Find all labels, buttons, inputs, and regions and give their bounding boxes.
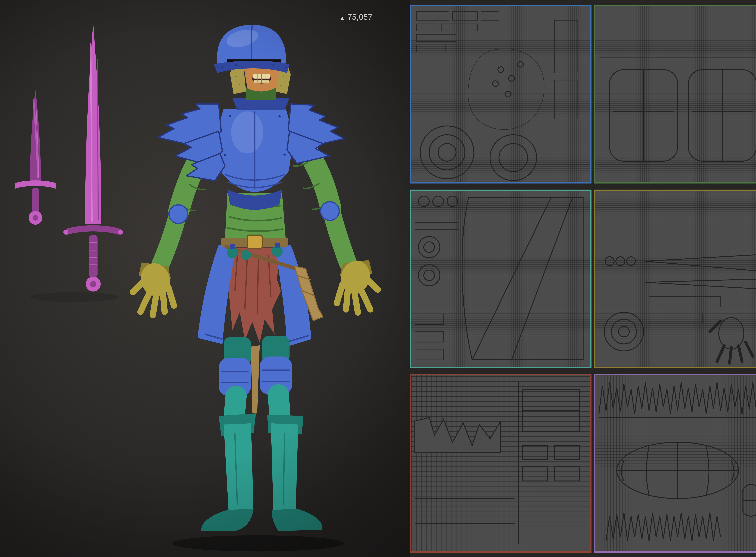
glove-left [133,259,174,315]
couter-left [169,205,188,224]
breastplate [218,109,291,192]
uv-wireframe-armor-plates [411,6,590,182]
uv-wireframe-garment [595,6,756,182]
uv-wireframe-boots [411,375,590,551]
uv-wireframe-straps [595,191,756,367]
scabbard-tip [251,345,260,413]
knight-figure [133,25,378,531]
character-render [0,0,410,557]
sword-large [63,22,123,292]
uv-tile-straps-weapons [594,189,756,368]
pauldron-right [287,104,344,164]
head [214,25,291,110]
couter-right [320,202,339,221]
boot-right [267,415,322,531]
render-viewport: ▲ 75,057 [0,0,410,557]
uv-wireframe-hair [595,375,756,551]
triangle-count-badge: ▲ 75,057 [340,13,373,21]
sword-small [15,90,56,225]
uv-tile-garment-upper [594,5,756,183]
triangle-icon: ▲ [340,15,345,21]
uv-tile-hair-organic [594,374,756,553]
uv-tile-armor-plates [410,5,592,183]
boot-left [201,413,256,531]
uv-tile-boots-coarse [410,374,592,553]
uv-tile-cloth-pieces [410,189,592,368]
glove-right [337,257,378,313]
uv-layout-grid [410,5,756,553]
grin-mouth [252,74,271,84]
uv-wireframe-cloth [411,191,590,367]
triangle-count: 75,057 [348,13,373,21]
